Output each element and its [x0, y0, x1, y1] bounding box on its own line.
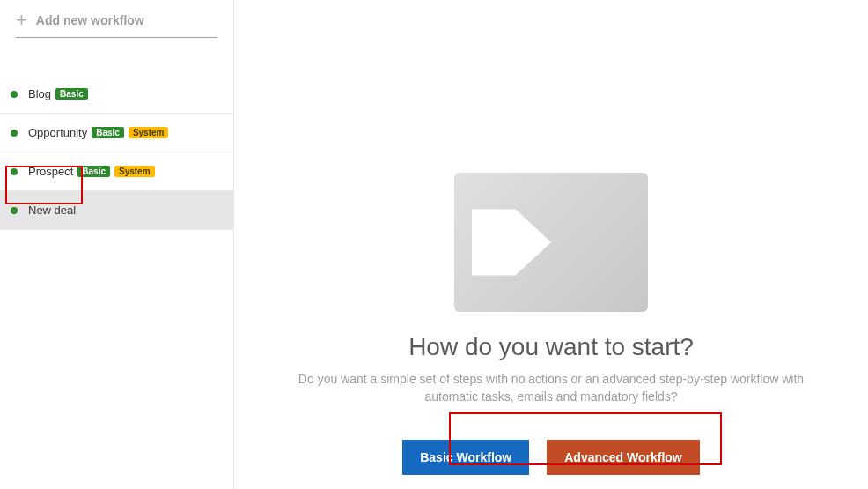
- advanced-workflow-button[interactable]: Advanced Workflow: [547, 440, 700, 475]
- basic-workflow-button[interactable]: Basic Workflow: [402, 440, 529, 475]
- add-workflow-label: Add new workflow: [36, 13, 144, 27]
- workflow-name: New deal: [28, 204, 76, 217]
- sidebar-item-prospect[interactable]: Prospect Basic System: [0, 152, 233, 191]
- sidebar: + Add new workflow Blog Basic Opportunit…: [0, 0, 234, 489]
- basic-badge: Basic: [55, 88, 88, 100]
- plus-icon: +: [16, 11, 27, 30]
- workflow-name: Prospect: [28, 165, 73, 178]
- workflow-type-buttons: Basic Workflow Advanced Workflow: [402, 440, 700, 475]
- workflow-name: Blog: [28, 87, 51, 100]
- status-dot-icon: [11, 91, 18, 98]
- basic-badge: Basic: [92, 127, 124, 138]
- main-panel: How do you want to start? Do you want a …: [234, 0, 868, 489]
- basic-badge: Basic: [77, 166, 110, 177]
- page-heading: How do you want to start?: [408, 333, 694, 361]
- sidebar-item-blog[interactable]: Blog Basic: [0, 75, 233, 114]
- system-badge: System: [129, 127, 169, 138]
- status-dot-icon: [11, 130, 18, 137]
- status-dot-icon: [11, 207, 18, 214]
- sidebar-item-opportunity[interactable]: Opportunity Basic System: [0, 114, 233, 152]
- workflow-name: Opportunity: [28, 126, 87, 139]
- sidebar-item-new-deal[interactable]: New deal: [0, 191, 233, 230]
- page-subheading: Do you want a simple set of steps with n…: [287, 370, 815, 406]
- arrow-icon: [472, 201, 551, 284]
- status-dot-icon: [11, 168, 18, 175]
- start-prompt: How do you want to start? Do you want a …: [234, 173, 868, 475]
- add-workflow-button[interactable]: + Add new workflow: [16, 4, 217, 38]
- system-badge: System: [114, 166, 155, 177]
- workflow-list: Blog Basic Opportunity Basic System Pros…: [0, 75, 233, 230]
- workflow-card-illustration: [454, 173, 648, 312]
